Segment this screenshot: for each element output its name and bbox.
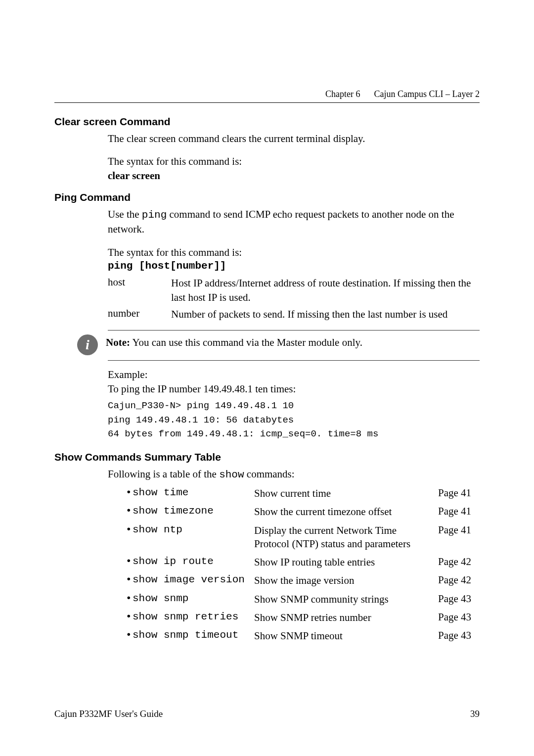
footer-page-number: 39 (470, 709, 480, 719)
cmd-name: show timezone (133, 505, 214, 517)
cmd-page: Page 43 (438, 629, 480, 642)
cmd-desc: Display the current Network Time Protoco… (254, 524, 438, 551)
show-intro-mono: show (219, 469, 244, 480)
cmd-page: Page 41 (438, 505, 480, 518)
chapter-label: Chapter 6 (325, 89, 360, 99)
note-body: You can use this command via the Master … (130, 336, 362, 348)
table-row: •show snmp timeout Show SNMP timeout Pag… (126, 629, 480, 643)
cmd-page: Page 42 (438, 556, 480, 568)
cmd-name: show ip route (133, 556, 214, 567)
table-row: •show snmp retries Show SNMP retries num… (126, 611, 480, 624)
ping-description: Use the ping command to send ICMP echo r… (108, 207, 480, 236)
syntax-label: The syntax for this command is: (108, 154, 480, 168)
footer-left: Cajun P332MF User's Guide (54, 709, 163, 719)
page-footer: Cajun P332MF User's Guide 39 (54, 709, 480, 719)
example-code: Cajun_P330-N> ping 149.49.48.1 10 ping 1… (108, 399, 480, 441)
cmd-name: show ntp (133, 524, 182, 535)
header-rule (54, 102, 480, 103)
section-show-intro: Following is a table of the show command… (54, 467, 480, 482)
table-row: •show image version Show the image versi… (126, 574, 480, 587)
cmd-desc: Show the image version (254, 574, 438, 587)
section-ping-body: Use the ping command to send ICMP echo r… (54, 207, 480, 441)
section-clear-screen-body: The clear screen command clears the curr… (54, 132, 480, 183)
param-desc: Host IP address/Internet address of rout… (171, 276, 480, 304)
table-row: •show timezone Show the current timezone… (126, 505, 480, 519)
cmd-page: Page 43 (438, 611, 480, 623)
info-icon: i (77, 334, 98, 355)
cmd-name: show snmp timeout (133, 629, 238, 641)
cmd-desc: Show SNMP community strings (254, 593, 438, 606)
cmd-name: show snmp retries (133, 611, 238, 622)
cmd-name: show snmp (133, 593, 188, 604)
param-name: number (108, 307, 157, 321)
show-intro-pre: Following is a table of the (108, 468, 219, 480)
table-row: •show snmp Show SNMP community strings P… (126, 593, 480, 606)
note-label: Note: (106, 336, 130, 348)
cmd-name: show time (133, 487, 188, 498)
show-intro-text: Following is a table of the show command… (108, 467, 480, 482)
param-row-number: number Number of packets to send. If mis… (108, 307, 480, 321)
cmd-page: Page 41 (438, 487, 480, 499)
syntax-label: The syntax for this command is: (108, 245, 480, 259)
param-row-host: host Host IP address/Internet address of… (108, 276, 480, 304)
note-text: Note: You can use this command via the M… (106, 335, 362, 349)
cmd-desc: Show SNMP timeout (254, 629, 438, 643)
param-name: host (108, 276, 157, 304)
syntax-command: clear screen (108, 169, 480, 183)
section-ping-title: Ping Command (54, 191, 480, 203)
note-rule-top (108, 330, 480, 331)
table-row: •show ntp Display the current Network Ti… (126, 524, 480, 551)
section-show-title: Show Commands Summary Table (54, 451, 480, 463)
section-clear-screen-title: Clear screen Command (54, 116, 480, 128)
param-desc: Number of packets to send. If missing th… (171, 307, 480, 321)
example-body: To ping the IP number 149.49.48.1 ten ti… (108, 382, 480, 396)
cmd-desc: Show IP routing table entries (254, 556, 438, 569)
cmd-page: Page 41 (438, 524, 480, 536)
note-rule-bottom (108, 360, 480, 361)
example-label: Example: (108, 368, 480, 381)
show-commands-table: •show time Show current time Page 41 •sh… (54, 487, 480, 643)
show-intro-post: commands: (244, 468, 295, 480)
note-block: i Note: You can use this command via the… (77, 335, 480, 355)
cmd-page: Page 42 (438, 574, 480, 586)
syntax-command: ping [host[number]] (108, 259, 480, 273)
cmd-name: show image version (133, 574, 245, 585)
cmd-desc: Show current time (254, 487, 438, 500)
cmd-page: Page 43 (438, 593, 480, 605)
ping-desc-pre: Use the (108, 208, 142, 220)
ping-desc-mono: ping (142, 209, 167, 221)
chapter-title: Cajun Campus CLI – Layer 2 (374, 89, 480, 99)
table-row: •show ip route Show IP routing table ent… (126, 556, 480, 569)
page-header: Chapter 6 Cajun Campus CLI – Layer 2 (54, 89, 480, 102)
cmd-desc: Show the current timezone offset (254, 505, 438, 519)
cmd-desc: Show SNMP retries number (254, 611, 438, 624)
table-row: •show time Show current time Page 41 (126, 487, 480, 500)
clear-screen-description: The clear screen command clears the curr… (108, 132, 480, 145)
